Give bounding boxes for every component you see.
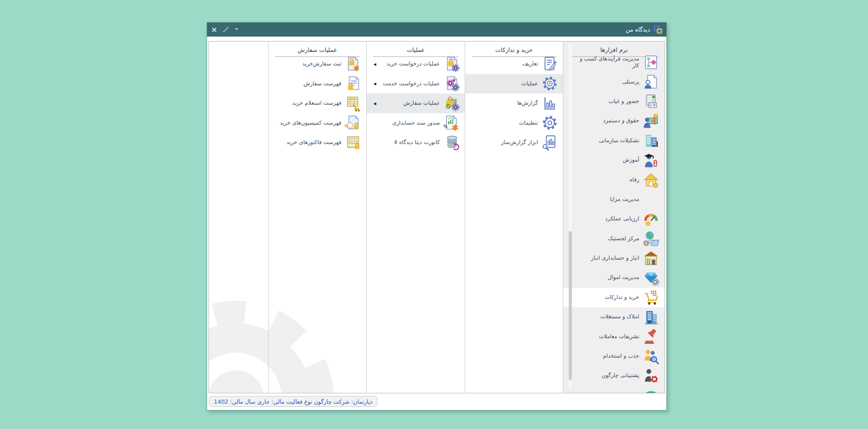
item-purchase-request-ops[interactable]: عملیات درخواست خرید ◀ [367, 54, 465, 74]
app-personnel[interactable]: پرسنلی [563, 72, 665, 91]
maximize-button[interactable] [223, 27, 229, 33]
window-title-group: دیدگاه من [626, 25, 666, 34]
item-label: خرید و تدارکات [604, 294, 639, 301]
menu-panel: عملیات سفارش ثبت سفارش‌خرید فهرست سفارش … [208, 41, 665, 393]
scrollbar-thumb[interactable] [569, 231, 572, 380]
submenu-arrow-icon: ◀ [373, 82, 376, 86]
item-service-request-ops[interactable]: عملیات درخواست خدمت ◀ [367, 74, 465, 94]
column-divider [366, 42, 367, 393]
attendance-icon [642, 93, 660, 110]
order-ops-icon [443, 95, 460, 112]
item-label: مرکز لجستیک [608, 235, 639, 242]
commission-list-icon: % [344, 114, 362, 131]
item-label: پشتیبانی چارگون [602, 372, 639, 379]
app-performance[interactable]: ارزیابی عملکرد [563, 209, 665, 228]
item-label: رفاه [630, 177, 639, 183]
app-recruitment[interactable]: جذب و استخدام [563, 346, 665, 366]
reports-icon [541, 95, 558, 112]
operations-gear-icon [541, 75, 558, 92]
column-divider [465, 42, 465, 393]
app-support[interactable]: پشتیبانی چارگون [563, 366, 665, 385]
support-icon [642, 367, 660, 384]
app-procurement[interactable]: خرید و تدارکات [563, 288, 665, 307]
logistics-icon [642, 230, 660, 247]
submenu-arrow-icon: ◀ [373, 101, 376, 105]
item-register-purchase-order[interactable]: ثبت سفارش‌خرید [269, 54, 366, 74]
recruitment-icon [642, 348, 660, 365]
item-label: گزارش‌ها [517, 100, 538, 107]
status-bar-info: دپارتمان: شرکت چارگون نوع فعالیت مالی: ج… [209, 396, 377, 407]
item-label: تشکیلات سازمانی [599, 137, 640, 144]
svg-text:%: % [344, 123, 349, 128]
warehouse-icon [642, 250, 660, 267]
item-settings[interactable]: تنظیمات [465, 113, 563, 133]
item-label: ثبت سفارش‌خرید [302, 61, 341, 67]
no-icon [642, 191, 660, 208]
app-real-estate[interactable]: املاک و مستغلات [563, 307, 665, 326]
item-label: مدیریت فرآیندهای کسب و کار [575, 56, 639, 69]
settings-icon [541, 114, 558, 131]
app-assets[interactable]: مدیریت اموال [563, 268, 665, 287]
item-label: صدور سند حسابداری [392, 120, 440, 126]
item-label: فهرست سفارش [303, 80, 341, 87]
svg-text:%: % [443, 125, 448, 129]
item-label: فهرست کمیسیون‌های خرید [280, 120, 341, 126]
item-label: ارزیابی عملکرد [605, 215, 639, 222]
column-applications: نرم افزارها مدیریت فرآیندهای کسب و کار پ… [563, 42, 665, 393]
app-transactions[interactable]: تشریفات معاملات [563, 326, 665, 346]
app-org-structure[interactable]: تشکیلات سازمانی [563, 131, 665, 150]
submenu-arrow-icon: ◀ [373, 62, 376, 66]
item-purchase-invoices-list[interactable]: فهرست فاکتورهای خرید [269, 133, 366, 153]
payroll-icon [642, 112, 660, 130]
item-order-ops[interactable]: عملیات سفارش ◀ [367, 93, 465, 113]
item-operations[interactable]: عملیات [465, 74, 563, 94]
app-business-process[interactable]: مدیریت فرآیندهای کسب و کار [563, 52, 665, 72]
accounting-doc-icon: % [443, 114, 460, 131]
item-label: جذب و استخدام [603, 353, 639, 359]
item-order-list[interactable]: فهرست سفارش [269, 74, 366, 94]
window-title: دیدگاه من [626, 26, 650, 33]
business-process-icon [642, 54, 660, 71]
item-reports[interactable]: گزارش‌ها [465, 93, 563, 113]
app-benefits[interactable]: مدیریت مزایا [563, 190, 665, 209]
sidebar-scrollbar[interactable] [569, 44, 572, 388]
item-label: فهرست فاکتورهای خرید [287, 139, 341, 146]
column-header: عملیات [367, 47, 465, 55]
item-purchase-commissions-list[interactable]: % فهرست کمیسیون‌های خرید [269, 113, 366, 133]
app-logo-icon [653, 25, 663, 34]
app-attendance[interactable]: حضور و غیاب [563, 92, 665, 111]
minimize-button[interactable]: – [235, 25, 238, 32]
app-logistics[interactable]: مرکز لجستیک [563, 229, 665, 248]
item-label: املاک و مستغلات [600, 313, 639, 320]
service-request-icon [443, 75, 460, 92]
app-welfare[interactable]: رفاه [563, 170, 665, 189]
procurement-icon [642, 289, 660, 306]
item-label: مدیریت مزایا [610, 196, 639, 203]
item-label: کانورت دیتا دیدگاه 4 [394, 139, 440, 146]
real-estate-icon [642, 308, 660, 326]
item-report-builder[interactable]: ابزار گزارش‌ساز [465, 133, 563, 153]
column-header: خرید و تدارکات [465, 47, 563, 55]
item-label: آموزش [623, 157, 639, 163]
app-payroll[interactable]: حقوق و دستمزد [563, 111, 665, 131]
maximize-icon [223, 27, 229, 33]
item-convert-data[interactable]: کانورت دیتا دیدگاه 4 [367, 133, 465, 153]
assets-icon [642, 269, 660, 286]
item-purchase-inquiry-list[interactable]: فهرست استعلام خرید [269, 93, 366, 113]
app-partial-item[interactable] [563, 386, 665, 393]
column-header: عملیات سفارش [269, 47, 366, 55]
item-definitions[interactable]: تعاریف [465, 54, 563, 74]
app-warehouse[interactable]: انبار و حسابداری انبار [563, 248, 665, 268]
item-label: حضور و غیاب [609, 98, 639, 105]
welfare-icon [642, 171, 660, 188]
report-builder-icon [541, 134, 558, 151]
item-label: فهرست استعلام خرید [292, 100, 341, 107]
column-operations: عملیات عملیات درخواست خرید ◀ عملیات درخو… [367, 42, 465, 393]
close-button[interactable]: × [211, 26, 217, 33]
performance-icon [642, 210, 660, 228]
app-training[interactable]: آموزش [563, 150, 665, 170]
column-order-operations: عملیات سفارش ثبت سفارش‌خرید فهرست سفارش … [269, 42, 366, 393]
item-accounting-doc[interactable]: % صدور سند حسابداری [367, 113, 465, 133]
transactions-icon [642, 328, 660, 345]
window-controls: × – [207, 26, 238, 33]
